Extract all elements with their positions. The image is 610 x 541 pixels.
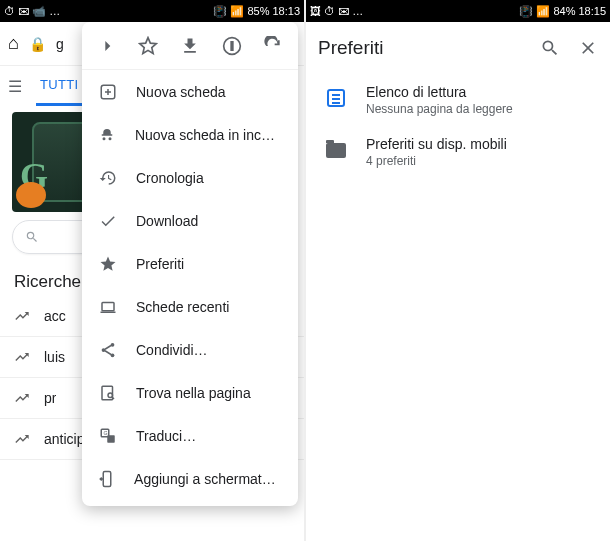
wifi-icon: 📶 [536, 5, 550, 18]
search-icon[interactable] [540, 38, 560, 58]
chrome-menu: Nuova schedaNuova scheda in incog…Cronol… [82, 22, 298, 506]
home-icon[interactable]: ⌂ [8, 33, 19, 54]
wifi-icon: 📶 [230, 5, 244, 18]
trending-icon [14, 349, 30, 365]
history-icon [98, 169, 118, 187]
reload-icon[interactable] [262, 35, 284, 57]
trending-icon [14, 308, 30, 324]
battery-text: 85% [247, 5, 269, 17]
close-icon[interactable] [578, 38, 598, 58]
menu-label: Trova nella pagina [136, 385, 251, 401]
trend-label: luis [44, 349, 65, 365]
bookmark-item[interactable]: Elenco di letturaNessuna pagina da legge… [306, 74, 610, 126]
plus-icon [98, 83, 118, 101]
battery-text: 84% [553, 5, 575, 17]
clock-text: 18:13 [272, 5, 300, 17]
menu-label: Preferiti [136, 256, 184, 272]
bookmark-item[interactable]: Preferiti su disp. mobili4 preferiti [306, 126, 610, 178]
incognito-icon [98, 126, 117, 144]
menu-label: Download [136, 213, 198, 229]
info-icon[interactable] [221, 35, 243, 57]
bookmark-subtitle: Nessuna pagina da leggere [366, 102, 513, 116]
svg-text:G: G [104, 430, 108, 436]
clock-text: 18:15 [578, 5, 606, 17]
tab-all[interactable]: TUTTI [36, 66, 82, 106]
menu-item-find[interactable]: Trova nella pagina [82, 371, 298, 414]
menu-top-row [82, 22, 298, 70]
folder-icon [326, 143, 346, 158]
menu-label: Traduci… [136, 428, 196, 444]
star-icon [98, 255, 118, 273]
menu-item-translate[interactable]: GTraduci… [82, 414, 298, 457]
menu-label: Nuova scheda in incog… [135, 127, 282, 143]
check-icon [98, 212, 118, 230]
svg-rect-10 [103, 471, 111, 486]
addhome-icon [98, 470, 116, 488]
phone-left: ⏱ ✉ 📹 … 📳 📶 85% 18:13 ⌂ 🔒 g ☰ TUTTI G Ri… [0, 0, 304, 541]
bookmark-title: Preferiti su disp. mobili [366, 136, 507, 152]
search-icon [25, 230, 39, 244]
menu-item-incognito[interactable]: Nuova scheda in incog… [82, 113, 298, 156]
menu-item-recent[interactable]: Schede recenti [82, 285, 298, 328]
trending-icon [14, 390, 30, 406]
translate-icon: G [98, 427, 118, 445]
menu-label: Aggiungi a schermata H… [134, 471, 282, 487]
status-icons-left: 🖼 ⏱ ✉ … [310, 5, 363, 17]
menu-item-share[interactable]: Condividi… [82, 328, 298, 371]
download-icon[interactable] [179, 35, 201, 57]
menu-item-check[interactable]: Download [82, 199, 298, 242]
vibrate-icon: 📳 [519, 5, 533, 18]
menu-item-plus[interactable]: Nuova scheda [82, 70, 298, 113]
menu-item-star[interactable]: Preferiti [82, 242, 298, 285]
menu-label: Nuova scheda [136, 84, 226, 100]
trend-label: acc [44, 308, 66, 324]
article-icon [327, 89, 345, 107]
svg-rect-8 [107, 435, 115, 443]
menu-label: Schede recenti [136, 299, 229, 315]
vibrate-icon: 📳 [213, 5, 227, 18]
bookmark-title: Elenco di lettura [366, 84, 513, 100]
status-bar: ⏱ ✉ 📹 … 📳 📶 85% 18:13 [0, 0, 304, 22]
menu-item-history[interactable]: Cronologia [82, 156, 298, 199]
svg-rect-1 [102, 302, 114, 310]
bookmark-subtitle: 4 preferiti [366, 154, 507, 168]
lock-icon: 🔒 [29, 36, 46, 52]
url-text[interactable]: g [56, 36, 64, 52]
trending-icon [14, 431, 30, 447]
status-bar: 🖼 ⏱ ✉ … 📳 📶 84% 18:15 [306, 0, 610, 22]
hamburger-icon[interactable]: ☰ [8, 77, 22, 96]
recent-icon [98, 298, 118, 316]
share-icon [98, 341, 118, 359]
find-icon [98, 384, 118, 402]
menu-item-addhome[interactable]: Aggiungi a schermata H… [82, 457, 298, 500]
menu-label: Condividi… [136, 342, 208, 358]
page-title: Preferiti [318, 37, 522, 59]
trend-label: pr [44, 390, 56, 406]
status-icons-left: ⏱ ✉ 📹 … [4, 5, 60, 18]
bookmarks-header: Preferiti [306, 22, 610, 74]
star-icon[interactable] [137, 35, 159, 57]
forward-icon[interactable] [96, 35, 118, 57]
phone-right: 🖼 ⏱ ✉ … 📳 📶 84% 18:15 Preferiti Elenco d… [306, 0, 610, 541]
menu-label: Cronologia [136, 170, 204, 186]
